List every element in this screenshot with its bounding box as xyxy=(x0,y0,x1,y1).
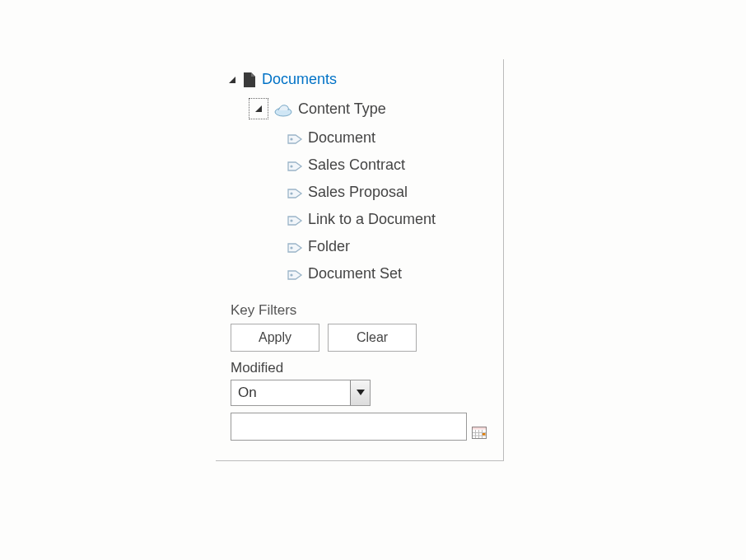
tag-icon xyxy=(287,131,303,146)
calendar-icon xyxy=(472,426,487,439)
tag-icon xyxy=(287,212,303,227)
modified-operator-value[interactable]: On xyxy=(231,380,371,406)
expand-icon[interactable] xyxy=(249,98,268,119)
tree-view: Documents Content Type Document xyxy=(216,59,503,291)
tag-icon xyxy=(287,158,303,173)
apply-button[interactable]: Apply xyxy=(231,324,319,352)
tree-item[interactable]: Document Set xyxy=(227,260,495,287)
expand-icon[interactable] xyxy=(227,75,237,85)
modified-date-input[interactable] xyxy=(231,413,467,441)
svg-marker-0 xyxy=(229,77,235,83)
tree-item[interactable]: Document xyxy=(227,124,495,152)
tree-node-label[interactable]: Content Type xyxy=(298,100,386,118)
modified-operator-select[interactable]: On xyxy=(231,380,371,406)
document-page-icon xyxy=(242,72,257,88)
tree-item-label[interactable]: Sales Proposal xyxy=(308,184,408,201)
svg-point-4 xyxy=(290,165,292,167)
svg-rect-17 xyxy=(483,433,486,436)
date-picker-button[interactable] xyxy=(470,413,488,441)
svg-marker-1 xyxy=(255,105,262,112)
tree-item[interactable]: Link to a Document xyxy=(227,206,495,233)
modified-field-label: Modified xyxy=(231,360,488,376)
tag-icon xyxy=(287,185,303,200)
tag-icon xyxy=(287,267,303,282)
modified-date-row xyxy=(231,413,488,441)
filter-buttons-row: Apply Clear xyxy=(231,324,488,352)
tree-item-label[interactable]: Document Set xyxy=(308,265,402,282)
svg-point-3 xyxy=(290,138,292,140)
svg-point-7 xyxy=(290,246,292,249)
svg-point-5 xyxy=(290,192,292,194)
tree-root-label[interactable]: Documents xyxy=(262,71,337,88)
svg-point-8 xyxy=(290,273,292,276)
svg-point-6 xyxy=(290,219,292,222)
svg-rect-11 xyxy=(473,427,487,430)
tree-node-content-type[interactable]: Content Type xyxy=(227,93,495,124)
key-filters-section: Key Filters Apply Clear Modified On xyxy=(216,291,503,446)
tree-item-label[interactable]: Link to a Document xyxy=(308,211,436,228)
tree-item[interactable]: Sales Proposal xyxy=(227,179,495,206)
tree-item-label[interactable]: Sales Contract xyxy=(308,156,405,174)
key-filters-heading: Key Filters xyxy=(231,302,488,319)
tree-item[interactable]: Folder xyxy=(227,233,495,260)
tree-item-label[interactable]: Document xyxy=(308,129,375,147)
content-type-hand-icon xyxy=(273,100,293,117)
navigation-panel: Documents Content Type Document xyxy=(216,59,504,461)
clear-button[interactable]: Clear xyxy=(328,324,417,352)
tree-item-label[interactable]: Folder xyxy=(308,238,350,255)
tree-item[interactable]: Sales Contract xyxy=(227,152,495,179)
tree-root-documents[interactable]: Documents xyxy=(227,66,495,93)
tag-icon xyxy=(287,240,303,254)
